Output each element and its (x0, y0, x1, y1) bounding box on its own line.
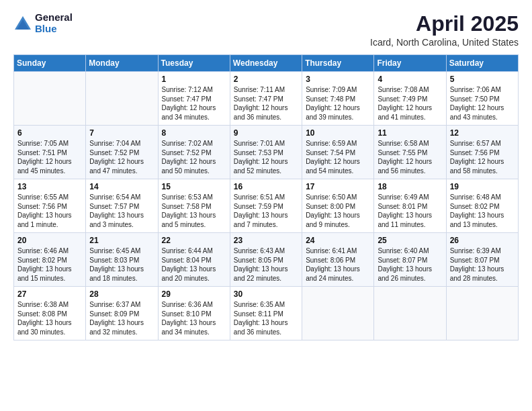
logo-icon (13, 15, 32, 34)
week-row-1: 6Sunrise: 7:05 AM Sunset: 7:51 PM Daylig… (14, 126, 519, 179)
day-info-18: Sunrise: 6:49 AM Sunset: 8:01 PM Dayligh… (378, 193, 442, 229)
day-cell-3-3: 23Sunrise: 6:43 AM Sunset: 8:05 PM Dayli… (230, 233, 302, 287)
day-number-10: 10 (306, 128, 370, 138)
day-cell-3-0: 20Sunrise: 6:46 AM Sunset: 8:02 PM Dayli… (14, 233, 86, 287)
day-cell-0-3: 2Sunrise: 7:11 AM Sunset: 7:47 PM Daylig… (230, 72, 302, 126)
day-cell-4-1: 28Sunrise: 6:37 AM Sunset: 8:09 PM Dayli… (86, 287, 158, 340)
day-cell-3-5: 25Sunrise: 6:40 AM Sunset: 8:07 PM Dayli… (374, 233, 446, 287)
day-info-15: Sunrise: 6:53 AM Sunset: 7:58 PM Dayligh… (162, 193, 226, 229)
day-cell-1-0: 6Sunrise: 7:05 AM Sunset: 7:51 PM Daylig… (14, 126, 86, 179)
day-info-14: Sunrise: 6:54 AM Sunset: 7:57 PM Dayligh… (89, 193, 154, 229)
day-cell-0-1 (86, 72, 158, 126)
day-number-25: 25 (378, 236, 442, 245)
title-month: April 2025 (370, 12, 519, 36)
day-info-19: Sunrise: 6:48 AM Sunset: 8:02 PM Dayligh… (450, 193, 515, 229)
weekday-tuesday: Tuesday (158, 55, 230, 72)
day-cell-0-6: 5Sunrise: 7:06 AM Sunset: 7:50 PM Daylig… (446, 72, 518, 126)
weekday-header-row: Sunday Monday Tuesday Wednesday Thursday… (14, 55, 519, 72)
day-number-26: 26 (450, 236, 515, 245)
day-number-8: 8 (162, 128, 226, 138)
day-cell-4-0: 27Sunrise: 6:38 AM Sunset: 8:08 PM Dayli… (14, 287, 86, 340)
day-info-6: Sunrise: 7:05 AM Sunset: 7:51 PM Dayligh… (17, 139, 82, 175)
day-info-30: Sunrise: 6:35 AM Sunset: 8:11 PM Dayligh… (234, 300, 298, 336)
logo-text: General Blue (35, 12, 73, 34)
day-cell-0-4: 3Sunrise: 7:09 AM Sunset: 7:48 PM Daylig… (302, 72, 374, 126)
weekday-thursday: Thursday (302, 55, 374, 72)
day-cell-2-6: 19Sunrise: 6:48 AM Sunset: 8:02 PM Dayli… (446, 179, 518, 233)
week-row-0: 1Sunrise: 7:12 AM Sunset: 7:47 PM Daylig… (14, 72, 519, 126)
day-info-10: Sunrise: 6:59 AM Sunset: 7:54 PM Dayligh… (306, 139, 370, 175)
day-number-20: 20 (17, 236, 82, 245)
day-number-14: 14 (89, 182, 154, 191)
day-info-4: Sunrise: 7:08 AM Sunset: 7:49 PM Dayligh… (378, 85, 442, 122)
day-cell-4-6 (446, 287, 518, 340)
day-info-23: Sunrise: 6:43 AM Sunset: 8:05 PM Dayligh… (234, 246, 298, 283)
day-cell-4-5 (374, 287, 446, 340)
week-row-3: 20Sunrise: 6:46 AM Sunset: 8:02 PM Dayli… (14, 233, 519, 287)
day-info-2: Sunrise: 7:11 AM Sunset: 7:47 PM Dayligh… (234, 85, 298, 122)
day-info-20: Sunrise: 6:46 AM Sunset: 8:02 PM Dayligh… (17, 246, 82, 283)
day-number-9: 9 (234, 128, 298, 138)
day-cell-3-2: 22Sunrise: 6:44 AM Sunset: 8:04 PM Dayli… (158, 233, 230, 287)
day-number-17: 17 (306, 182, 370, 191)
day-number-19: 19 (450, 182, 515, 191)
day-cell-1-3: 9Sunrise: 7:01 AM Sunset: 7:53 PM Daylig… (230, 126, 302, 179)
day-info-3: Sunrise: 7:09 AM Sunset: 7:48 PM Dayligh… (306, 85, 370, 122)
day-info-9: Sunrise: 7:01 AM Sunset: 7:53 PM Dayligh… (234, 139, 298, 175)
day-number-27: 27 (17, 289, 82, 299)
day-info-17: Sunrise: 6:50 AM Sunset: 8:00 PM Dayligh… (306, 193, 370, 229)
logo-general-text: General (35, 12, 73, 24)
title-location: Icard, North Carolina, United States (370, 37, 519, 48)
day-number-5: 5 (450, 75, 515, 84)
day-number-13: 13 (17, 182, 82, 191)
title-block: April 2025 Icard, North Carolina, United… (370, 12, 519, 48)
day-number-4: 4 (378, 75, 442, 84)
day-cell-3-1: 21Sunrise: 6:45 AM Sunset: 8:03 PM Dayli… (86, 233, 158, 287)
day-info-22: Sunrise: 6:44 AM Sunset: 8:04 PM Dayligh… (162, 246, 226, 283)
day-number-16: 16 (234, 182, 298, 191)
day-cell-1-4: 10Sunrise: 6:59 AM Sunset: 7:54 PM Dayli… (302, 126, 374, 179)
day-info-12: Sunrise: 6:57 AM Sunset: 7:56 PM Dayligh… (450, 139, 515, 175)
week-row-2: 13Sunrise: 6:55 AM Sunset: 7:56 PM Dayli… (14, 179, 519, 233)
day-info-1: Sunrise: 7:12 AM Sunset: 7:47 PM Dayligh… (162, 85, 226, 122)
day-cell-2-2: 15Sunrise: 6:53 AM Sunset: 7:58 PM Dayli… (158, 179, 230, 233)
day-number-18: 18 (378, 182, 442, 191)
day-info-29: Sunrise: 6:36 AM Sunset: 8:10 PM Dayligh… (162, 300, 226, 336)
day-number-29: 29 (162, 289, 226, 299)
day-info-7: Sunrise: 7:04 AM Sunset: 7:52 PM Dayligh… (89, 139, 154, 175)
day-info-27: Sunrise: 6:38 AM Sunset: 8:08 PM Dayligh… (17, 300, 82, 336)
header: General Blue April 2025 Icard, North Car… (13, 12, 519, 48)
day-number-30: 30 (234, 289, 298, 299)
logo-blue-text: Blue (35, 24, 73, 35)
day-cell-4-2: 29Sunrise: 6:36 AM Sunset: 8:10 PM Dayli… (158, 287, 230, 340)
day-info-26: Sunrise: 6:39 AM Sunset: 8:07 PM Dayligh… (450, 246, 515, 283)
weekday-sunday: Sunday (14, 55, 86, 72)
day-cell-2-5: 18Sunrise: 6:49 AM Sunset: 8:01 PM Dayli… (374, 179, 446, 233)
day-cell-1-6: 12Sunrise: 6:57 AM Sunset: 7:56 PM Dayli… (446, 126, 518, 179)
day-info-16: Sunrise: 6:51 AM Sunset: 7:59 PM Dayligh… (234, 193, 298, 229)
day-info-8: Sunrise: 7:02 AM Sunset: 7:52 PM Dayligh… (162, 139, 226, 175)
day-number-3: 3 (306, 75, 370, 84)
day-cell-0-5: 4Sunrise: 7:08 AM Sunset: 7:49 PM Daylig… (374, 72, 446, 126)
day-info-28: Sunrise: 6:37 AM Sunset: 8:09 PM Dayligh… (89, 300, 154, 336)
day-cell-2-4: 17Sunrise: 6:50 AM Sunset: 8:00 PM Dayli… (302, 179, 374, 233)
day-info-13: Sunrise: 6:55 AM Sunset: 7:56 PM Dayligh… (17, 193, 82, 229)
day-number-15: 15 (162, 182, 226, 191)
day-number-24: 24 (306, 236, 370, 245)
day-info-25: Sunrise: 6:40 AM Sunset: 8:07 PM Dayligh… (378, 246, 442, 283)
day-number-23: 23 (234, 236, 298, 245)
day-info-11: Sunrise: 6:58 AM Sunset: 7:55 PM Dayligh… (378, 139, 442, 175)
day-number-28: 28 (89, 289, 154, 299)
day-cell-2-0: 13Sunrise: 6:55 AM Sunset: 7:56 PM Dayli… (14, 179, 86, 233)
day-number-6: 6 (17, 128, 82, 138)
day-info-24: Sunrise: 6:41 AM Sunset: 8:06 PM Dayligh… (306, 246, 370, 283)
day-cell-4-3: 30Sunrise: 6:35 AM Sunset: 8:11 PM Dayli… (230, 287, 302, 340)
week-row-4: 27Sunrise: 6:38 AM Sunset: 8:08 PM Dayli… (14, 287, 519, 340)
day-cell-0-0 (14, 72, 86, 126)
weekday-wednesday: Wednesday (230, 55, 302, 72)
day-cell-2-3: 16Sunrise: 6:51 AM Sunset: 7:59 PM Dayli… (230, 179, 302, 233)
day-cell-2-1: 14Sunrise: 6:54 AM Sunset: 7:57 PM Dayli… (86, 179, 158, 233)
logo: General Blue (13, 12, 73, 34)
day-info-5: Sunrise: 7:06 AM Sunset: 7:50 PM Dayligh… (450, 85, 515, 122)
day-info-21: Sunrise: 6:45 AM Sunset: 8:03 PM Dayligh… (89, 246, 154, 283)
